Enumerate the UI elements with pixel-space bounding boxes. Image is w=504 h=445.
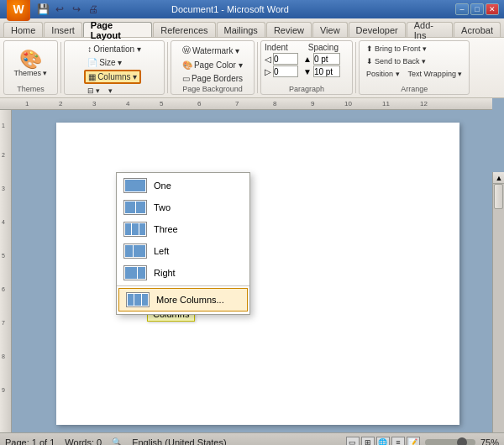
breaks-button[interactable]: ⊟ ▾ (84, 85, 103, 97)
left-col-icon (123, 243, 147, 259)
send-to-back-button[interactable]: ⬇ Send to Back ▾ (363, 55, 429, 67)
tab-references[interactable]: References (153, 22, 215, 37)
sep3 (257, 42, 258, 93)
three-col-bar3 (139, 223, 145, 235)
minimize-btn[interactable]: – (455, 3, 469, 15)
indent-right-input[interactable] (273, 65, 298, 77)
page-color-icon: 🎨 (182, 60, 192, 70)
close-btn[interactable]: ✕ (486, 3, 499, 15)
tab-view[interactable]: View (312, 22, 348, 37)
print-quick-btn[interactable]: 🖨 (86, 2, 101, 17)
sep4 (355, 42, 356, 93)
tab-acrobat[interactable]: Acrobat (454, 22, 501, 37)
one-col-label: One (154, 181, 171, 191)
sep1 (60, 42, 61, 93)
text-wrapping-button[interactable]: Text Wrapping ▾ (405, 68, 466, 80)
position-button[interactable]: Position ▾ (363, 68, 403, 80)
scroll-up-btn[interactable]: ▲ (493, 172, 504, 184)
indent-right-label: ▷ (265, 67, 271, 76)
scroll-thumb[interactable] (494, 184, 503, 209)
spacing-after-label: ▼ (303, 67, 312, 76)
tab-home[interactable]: Home (3, 22, 43, 37)
tab-developer[interactable]: Developer (349, 22, 406, 37)
themes-button[interactable]: 🎨 Themes ▾ (10, 49, 50, 79)
vertical-scrollbar[interactable]: ▲ ▼ (492, 172, 504, 432)
page-setup-items: ↕ Orientation ▾ 📄 Size ▾ ▦ Columns ▾ ⊟ ▾ (84, 43, 144, 97)
office-button[interactable]: W (7, 0, 30, 21)
tab-page-layout[interactable]: Page Layout (83, 22, 152, 37)
spacing-before-input[interactable] (313, 53, 340, 65)
indent-controls: ◁ ▷ (265, 53, 298, 77)
three-col-bar2 (132, 223, 138, 235)
indent-label: Indent (265, 43, 288, 52)
dropdown-item-one[interactable]: One (117, 175, 249, 196)
dropdown-item-two[interactable]: Two (117, 196, 249, 218)
print-layout-btn[interactable]: ▭ (346, 437, 360, 446)
status-left: Page: 1 of 1 Words: 0 🔍 English (United … (5, 437, 227, 446)
page-bg-group-label: Page Background (182, 85, 243, 93)
draft-btn[interactable]: 📝 (407, 437, 420, 446)
indent-left-row: ◁ (265, 53, 298, 65)
group-themes: 🎨 Themes ▾ Themes (3, 40, 58, 95)
save-quick-btn[interactable]: 💾 (35, 2, 50, 17)
tab-mailings[interactable]: Mailings (217, 22, 265, 37)
two-col-bar1 (125, 202, 135, 213)
zoom-level: 75% (480, 437, 499, 446)
linenumbers-label: ▾ (108, 86, 113, 95)
indent-row: Indent Spacing (265, 43, 339, 52)
right-col-icon (123, 265, 147, 280)
linenumbers-button[interactable]: ▾ (105, 85, 116, 97)
dropdown-item-left[interactable]: Left (117, 240, 249, 262)
two-col-bar2 (136, 202, 146, 213)
columns-label: Columns ▾ (97, 72, 137, 81)
window-title: Document1 - Microsoft Word (171, 4, 289, 14)
tab-review[interactable]: Review (266, 22, 312, 37)
page-color-button[interactable]: 🎨 Page Color ▾ (179, 59, 246, 71)
orientation-button[interactable]: ↕ Orientation ▾ (84, 43, 144, 55)
columns-button[interactable]: ▦ Columns ▾ (84, 70, 141, 84)
watermark-button[interactable]: Ⓦ Watermark ▾ (179, 43, 243, 58)
zoom-slider[interactable] (425, 439, 475, 446)
left-col-bar1 (125, 245, 133, 257)
tab-insert[interactable]: Insert (44, 22, 82, 37)
dropdown-item-more-columns[interactable]: More Columns... (118, 288, 248, 312)
tab-add-ins[interactable]: Add-Ins (407, 22, 453, 37)
ruler-vertical: 1 2 3 4 5 6 7 8 9 (0, 110, 12, 432)
undo-quick-btn[interactable]: ↩ (52, 2, 67, 17)
track-changes-icon: 🔍 (112, 437, 122, 445)
zoom-thumb[interactable] (457, 437, 467, 446)
redo-quick-btn[interactable]: ↪ (69, 2, 84, 17)
spacing-controls: ▲ ▼ (303, 53, 340, 77)
two-col-icon (123, 200, 147, 215)
web-layout-btn[interactable]: 🌐 (376, 437, 390, 446)
watermark-icon: Ⓦ (182, 44, 191, 56)
status-bar: Page: 1 of 1 Words: 0 🔍 English (United … (0, 432, 504, 445)
arrange-group-label: Arrange (401, 85, 428, 93)
dropdown-item-three[interactable]: Three (117, 218, 249, 240)
two-col-label: Two (154, 202, 171, 212)
ribbon-tabs: Home Insert Page Layout References Maili… (0, 18, 504, 37)
breaks-label: ▾ (96, 86, 100, 95)
orientation-label: Orientation ▾ (93, 44, 141, 54)
dropdown-item-right[interactable]: Right (117, 262, 249, 284)
themes-icon: 🎨 (19, 50, 42, 69)
send-to-back-icon: ⬇ (366, 57, 373, 65)
bring-to-front-icon: ⬆ (366, 44, 373, 53)
three-col-icon (123, 222, 147, 237)
view-buttons: ▭ ⊞ 🌐 ≡ 📝 (346, 437, 420, 446)
full-screen-btn[interactable]: ⊞ (361, 437, 375, 446)
position-label: Position ▾ (366, 70, 400, 78)
size-button[interactable]: 📄 Size ▾ (84, 56, 125, 69)
maximize-btn[interactable]: □ (470, 3, 484, 15)
page-borders-button[interactable]: ▭ Page Borders (179, 72, 246, 85)
spacing-after-input[interactable] (313, 65, 340, 77)
sep2 (167, 42, 168, 93)
bring-to-front-button[interactable]: ⬆ Bring to Front ▾ (363, 43, 430, 55)
indent-left-input[interactable] (273, 53, 298, 65)
outline-btn[interactable]: ≡ (391, 437, 405, 446)
language: English (United States) (132, 437, 227, 446)
group-page-background: Ⓦ Watermark ▾ 🎨 Page Color ▾ ▭ Page Bord… (171, 40, 255, 95)
page-info: Page: 1 of 1 (5, 437, 55, 446)
title-bar-left: W 💾 ↩ ↪ 🖨 Document1 - Microsoft Word (5, 0, 289, 23)
more-col-bar1 (128, 294, 134, 306)
